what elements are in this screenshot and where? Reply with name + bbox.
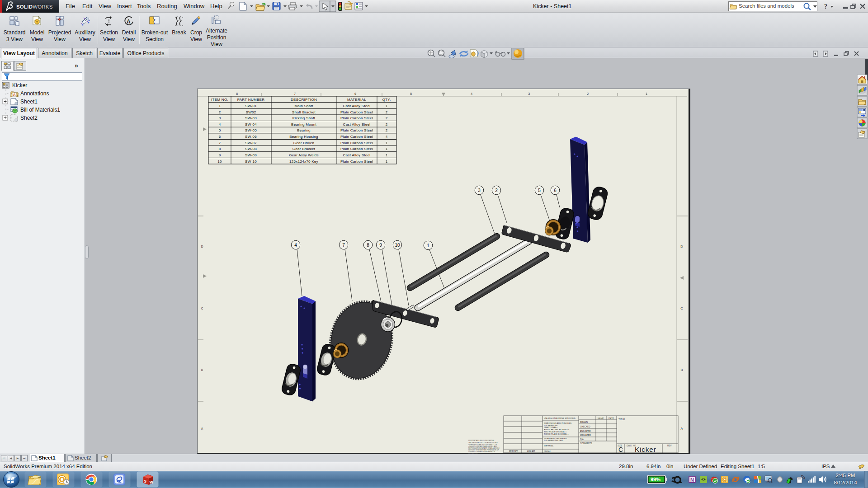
svg-text:A: A — [680, 427, 683, 431]
svg-text:9: 9 — [219, 153, 221, 157]
svg-text:1: 1 — [219, 104, 221, 108]
svg-text:1: 1 — [386, 160, 388, 164]
svg-text:A: A — [13, 93, 16, 97]
svg-text:COMMENTS:: COMMENTS: — [580, 442, 593, 445]
svg-text:2: 2 — [386, 122, 388, 127]
svg-text:Plain Carbon Steel: Plain Carbon Steel — [340, 135, 373, 139]
svg-text:Bearing Housing: Bearing Housing — [289, 135, 318, 139]
svg-text:SW-06: SW-06 — [245, 135, 257, 139]
svg-text:5: 5 — [410, 92, 412, 96]
svg-text:2: 2 — [386, 116, 388, 120]
svg-text:C: C — [618, 446, 623, 453]
svg-text:4: 4 — [294, 243, 297, 248]
svg-text:7: 7 — [342, 243, 345, 248]
svg-text:Gear Bracket: Gear Bracket — [292, 147, 316, 151]
svg-text:Gear Driven: Gear Driven — [293, 141, 314, 145]
svg-text:2: 2 — [219, 110, 221, 114]
svg-text:Sheet1: Sheet1 — [20, 99, 38, 105]
svg-text:SOLIDWORKS: SOLIDWORKS — [16, 4, 53, 9]
svg-text:4: 4 — [471, 92, 472, 96]
svg-text:Plain Carbon Steel: Plain Carbon Steel — [340, 128, 373, 132]
svg-text:N: N — [690, 477, 694, 483]
svg-text:DRAWN: DRAWN — [580, 421, 588, 423]
svg-text:4: 4 — [386, 135, 388, 139]
svg-text:Bearing Mount: Bearing Mount — [291, 122, 316, 127]
svg-text:SW-09: SW-09 — [245, 153, 257, 157]
svg-text:6: 6 — [554, 188, 557, 193]
svg-text:UNLESS OTHERWISE SPECIFIED:: UNLESS OTHERWISE SPECIFIED: — [544, 417, 576, 419]
svg-text:A: A — [201, 427, 203, 430]
svg-text:MFG APPR.: MFG APPR. — [580, 434, 591, 436]
svg-text:PROPRIETARY AND CONFIDENTIAL: PROPRIETARY AND CONFIDENTIAL — [468, 440, 495, 441]
svg-text:FINISH: FINISH — [544, 450, 550, 452]
svg-text:C: C — [201, 307, 203, 310]
svg-text:6: 6 — [219, 135, 221, 139]
svg-text:3: 3 — [528, 92, 530, 96]
svg-text:Bearing: Bearing — [297, 128, 311, 132]
svg-text:5: 5 — [538, 188, 541, 193]
svg-text:8: 8 — [367, 243, 369, 248]
svg-text:S: S — [144, 479, 146, 483]
svg-text:B: B — [201, 368, 203, 371]
svg-text:2: 2 — [495, 188, 498, 193]
svg-text:1: 1 — [386, 104, 388, 108]
svg-text:A: A — [127, 19, 131, 25]
svg-text:99%: 99% — [651, 477, 660, 482]
svg-text:8: 8 — [236, 92, 238, 96]
svg-text:Kicking Shaft: Kicking Shaft — [292, 116, 316, 120]
svg-text:DATE: DATE — [609, 418, 614, 420]
svg-text:Plain Carbon Steel: Plain Carbon Steel — [340, 147, 373, 151]
svg-text:W: W — [150, 480, 154, 484]
svg-text:LOC EH: LOC EH — [527, 450, 535, 452]
svg-text:MATERIAL: MATERIAL — [544, 445, 554, 447]
svg-text:Kicker: Kicker — [635, 446, 656, 453]
svg-text:Kicker: Kicker — [12, 82, 27, 89]
svg-text:Plain Carbon Steel: Plain Carbon Steel — [340, 160, 373, 164]
svg-text:Annotations: Annotations — [20, 90, 49, 97]
svg-text:D: D — [680, 244, 683, 249]
svg-text:1: 1 — [427, 243, 429, 248]
svg-text:Q.A.: Q.A. — [580, 438, 584, 441]
svg-text:7: 7 — [294, 92, 296, 96]
svg-text:9: 9 — [379, 243, 382, 248]
svg-text:ENG APPR.: ENG APPR. — [580, 430, 591, 432]
svg-text:1: 1 — [386, 141, 388, 145]
svg-text:ITEM NO.: ITEM NO. — [211, 98, 228, 102]
svg-text:TITLE:: TITLE: — [618, 418, 626, 421]
svg-text:SW-08: SW-08 — [245, 147, 257, 151]
svg-text:2: 2 — [587, 92, 589, 96]
svg-text:8: 8 — [219, 147, 221, 151]
svg-text:1: 1 — [386, 153, 388, 157]
svg-text:3: 3 — [478, 188, 481, 193]
svg-text:SW-10: SW-10 — [245, 160, 257, 164]
svg-text:125x124x70 Key: 125x124x70 Key — [289, 160, 318, 164]
svg-text:Sheet2: Sheet2 — [20, 115, 38, 121]
svg-text:MFR APP: MFR APP — [509, 450, 518, 452]
svg-text:DESCRIPTION: DESCRIPTION — [291, 98, 317, 102]
svg-text:Shaft Bracket: Shaft Bracket — [292, 110, 316, 114]
svg-text:SW-07: SW-07 — [245, 141, 257, 145]
svg-text:6: 6 — [354, 92, 356, 96]
svg-text:3: 3 — [219, 116, 221, 120]
svg-text:CHECKED: CHECKED — [580, 426, 590, 428]
svg-text:Gear Assy Welds: Gear Assy Welds — [289, 153, 319, 157]
svg-text:THREE PLACE DECIMAL ±: THREE PLACE DECIMAL ± — [544, 433, 569, 435]
svg-text:Plain Carbon Steel: Plain Carbon Steel — [340, 110, 373, 114]
svg-text:Plain Carbon Steel: Plain Carbon Steel — [340, 141, 373, 145]
svg-text:D: D — [201, 245, 203, 248]
svg-text:SW-03: SW-03 — [245, 116, 257, 120]
svg-text:NAME: NAME — [598, 418, 604, 420]
svg-text:2: 2 — [386, 128, 388, 132]
svg-text:2: 2 — [386, 110, 388, 114]
svg-text:TOLERANCING PER:: TOLERANCING PER: — [544, 439, 563, 441]
svg-text:B: B — [680, 368, 683, 372]
svg-text:7: 7 — [219, 141, 221, 145]
svg-text:Cast Alloy Steel: Cast Alloy Steel — [343, 104, 371, 108]
svg-text:PART NUMBER: PART NUMBER — [237, 98, 265, 102]
svg-text:10: 10 — [217, 160, 222, 164]
svg-text:1: 1 — [646, 92, 647, 96]
svg-text:?: ? — [824, 3, 827, 10]
svg-text:4: 4 — [219, 122, 221, 127]
svg-text:1: 1 — [386, 147, 388, 151]
svg-text:SW-01: SW-01 — [245, 104, 257, 108]
